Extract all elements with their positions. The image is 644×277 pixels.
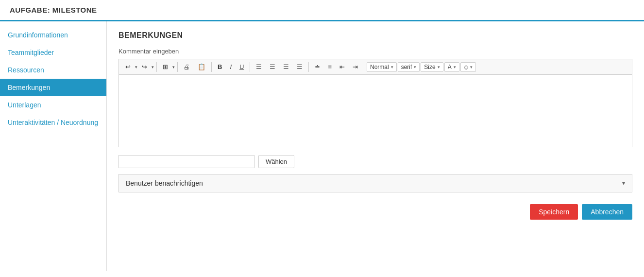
- style-dropdown-arrow: ▾: [391, 65, 393, 69]
- app-title-prefix: AUFGABE:: [10, 6, 52, 14]
- table-arrow[interactable]: ▾: [172, 65, 175, 69]
- content-area: BEMERKUNGEN Kommentar eingeben ↩ ▾ ↪ ▾ ⊞…: [107, 21, 644, 271]
- size-dropdown[interactable]: Size ▾: [421, 62, 443, 72]
- separator-5: [308, 62, 309, 72]
- comment-label: Kommentar eingeben: [119, 48, 632, 55]
- bold-button[interactable]: B: [214, 61, 225, 72]
- size-dropdown-label: Size: [424, 64, 435, 70]
- redo-arrow[interactable]: ▾: [152, 65, 154, 69]
- align-center-button[interactable]: ☰: [266, 61, 279, 72]
- file-input-row: Wählen: [119, 155, 632, 168]
- sidebar-item-unterlagen[interactable]: Unterlagen: [0, 96, 106, 114]
- sidebar-item-unteraktivitaeten[interactable]: Unteraktivitäten / Neuordnung: [0, 114, 106, 131]
- copy-button[interactable]: 📋: [194, 61, 209, 72]
- sidebar: Grundinformationen Teammitglieder Ressou…: [0, 21, 107, 271]
- separator-2: [177, 62, 178, 72]
- action-bar: Speichern Abbrechen: [119, 200, 632, 220]
- source-dropdown-arrow: ▾: [470, 65, 473, 69]
- align-left-button[interactable]: ☰: [253, 61, 265, 72]
- undo-button[interactable]: ↩: [122, 61, 134, 72]
- separator-3: [211, 62, 212, 72]
- notify-label: Benutzer benachrichtigen: [126, 179, 203, 187]
- redo-button[interactable]: ↪: [138, 61, 151, 72]
- notify-arrow: ▾: [622, 180, 625, 187]
- waehlen-button[interactable]: Wählen: [258, 155, 294, 168]
- sidebar-item-grundinformationen[interactable]: Grundinformationen: [0, 26, 106, 44]
- section-title: BEMERKUNGEN: [119, 31, 632, 40]
- app-title-milestone: MILESTONE: [52, 6, 97, 14]
- separator-4: [250, 62, 250, 72]
- print-button[interactable]: 🖨: [180, 61, 193, 72]
- app-header: AUFGABE: MILESTONE: [0, 0, 644, 21]
- font-dropdown[interactable]: serif ▾: [398, 62, 420, 72]
- undo-arrow[interactable]: ▾: [135, 65, 137, 69]
- sidebar-item-bemerkungen[interactable]: Bemerkungen: [0, 79, 106, 96]
- table-button[interactable]: ⊞: [159, 61, 171, 72]
- unordered-list-button[interactable]: ≡: [324, 61, 335, 72]
- align-justify-button[interactable]: ☰: [293, 61, 306, 72]
- sidebar-item-ressourcen[interactable]: Ressourcen: [0, 61, 106, 79]
- cancel-button[interactable]: Abbrechen: [582, 204, 632, 220]
- app-title: AUFGABE: MILESTONE: [10, 6, 97, 14]
- align-right-button[interactable]: ☰: [280, 61, 292, 72]
- ordered-list-button[interactable]: ≐: [311, 61, 323, 72]
- notify-dropdown[interactable]: Benutzer benachrichtigen ▾: [119, 174, 632, 192]
- outdent-button[interactable]: ⇤: [336, 61, 348, 72]
- indent-button[interactable]: ⇥: [349, 61, 361, 72]
- style-dropdown-label: Normal: [370, 64, 389, 70]
- separator-6: [364, 62, 364, 72]
- italic-button[interactable]: I: [226, 61, 235, 72]
- file-input[interactable]: [119, 155, 254, 168]
- sidebar-item-teammitglieder[interactable]: Teammitglieder: [0, 44, 106, 61]
- editor-area[interactable]: [119, 74, 632, 147]
- source-dropdown-label: ◇: [464, 64, 468, 70]
- color-dropdown-label: A: [448, 64, 452, 70]
- source-dropdown[interactable]: ◇ ▾: [460, 62, 476, 72]
- main-layout: Grundinformationen Teammitglieder Ressou…: [0, 21, 644, 271]
- editor-toolbar: ↩ ▾ ↪ ▾ ⊞ ▾ 🖨 📋 B I U ☰ ☰ ☰ ☰: [119, 59, 632, 74]
- underline-button[interactable]: U: [236, 61, 247, 72]
- font-dropdown-label: serif: [401, 64, 412, 70]
- separator-1: [156, 62, 157, 72]
- style-dropdown[interactable]: Normal ▾: [367, 62, 397, 72]
- color-dropdown-arrow: ▾: [454, 65, 456, 69]
- font-dropdown-arrow: ▾: [414, 65, 416, 69]
- size-dropdown-arrow: ▾: [438, 65, 440, 69]
- save-button[interactable]: Speichern: [530, 204, 578, 220]
- color-dropdown[interactable]: A ▾: [444, 62, 459, 72]
